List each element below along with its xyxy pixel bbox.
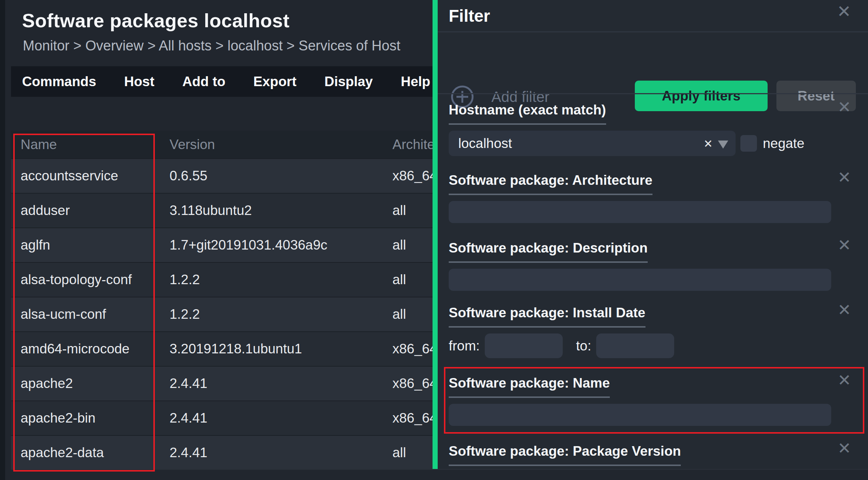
filter-section-label: Software package: Name xyxy=(449,375,610,398)
install-date-to-input[interactable] xyxy=(596,333,674,358)
filter-section-label: Software package: Architecture xyxy=(449,172,652,195)
remove-filter-icon[interactable]: ✕ xyxy=(837,237,851,253)
panel-divider xyxy=(438,93,868,94)
filter-panel-title: Filter xyxy=(449,6,490,26)
page-title: Software packages localhost xyxy=(22,10,289,32)
cell-version: 0.6.55 xyxy=(170,168,392,184)
description-input[interactable] xyxy=(449,269,831,291)
filter-section-label: Hostname (exact match) xyxy=(449,102,606,125)
remove-filter-icon[interactable]: ✕ xyxy=(837,99,851,115)
menu-item-add-to[interactable]: Add to xyxy=(182,74,225,89)
cell-version: 2.4.41 xyxy=(170,410,392,426)
menu-item-help[interactable]: Help xyxy=(401,74,430,89)
hostname-select[interactable]: localhost ✕ xyxy=(449,131,736,156)
menu-item-export[interactable]: Export xyxy=(253,74,296,89)
cell-version: 1.2.2 xyxy=(170,272,392,287)
filter-section-label: Software package: Install Date xyxy=(449,305,645,328)
cell-name: aglfn xyxy=(11,237,170,253)
cell-version: 2.4.41 xyxy=(170,376,392,391)
screen: Software packages localhost Monitor > Ov… xyxy=(0,0,868,480)
filter-section-label: Software package: Package Version xyxy=(449,443,681,466)
to-label: to: xyxy=(576,338,591,354)
cell-name: alsa-ucm-conf xyxy=(11,307,170,322)
cell-version: 1.2.2 xyxy=(170,307,392,322)
filter-section-package-version: Software package: Package Version ✕ xyxy=(449,443,868,466)
filter-panel: Filter ✕ Add filter Apply filters Reset … xyxy=(433,0,868,469)
cell-name: alsa-topology-conf xyxy=(11,272,170,287)
column-header-name[interactable]: Name xyxy=(11,137,170,152)
menu-bar: CommandsHostAdd toExportDisplayHelp xyxy=(11,66,433,97)
remove-filter-icon[interactable]: ✕ xyxy=(837,302,851,318)
remove-filter-icon[interactable]: ✕ xyxy=(837,169,851,186)
menu-item-display[interactable]: Display xyxy=(324,74,373,89)
negate-label: negate xyxy=(763,136,804,151)
cell-version: 3.20191218.1ubuntu1 xyxy=(170,341,392,357)
cell-version: 3.118ubuntu2 xyxy=(170,203,392,218)
filter-panel-close-icon[interactable]: ✕ xyxy=(837,3,851,20)
menu-item-host[interactable]: Host xyxy=(124,74,154,89)
filter-section-hostname: Hostname (exact match) ✕ localhost ✕ neg… xyxy=(449,102,868,156)
filter-section-name: Software package: Name ✕ xyxy=(449,375,868,426)
filter-controls-row: Add filter Apply filters Reset xyxy=(438,32,868,93)
filter-section-architecture: Software package: Architecture ✕ xyxy=(449,172,868,223)
package-name-input[interactable] xyxy=(449,404,831,426)
cell-name: apache2-bin xyxy=(11,410,170,426)
hostname-select-value: localhost xyxy=(458,136,512,151)
from-label: from: xyxy=(449,338,480,354)
cell-name: apache2-data xyxy=(11,445,170,460)
cell-version: 2.4.41 xyxy=(170,445,392,460)
remove-filter-icon[interactable]: ✕ xyxy=(837,440,851,456)
menu-item-commands[interactable]: Commands xyxy=(22,74,96,89)
architecture-input[interactable] xyxy=(449,201,831,223)
window-left-edge xyxy=(0,0,5,480)
cell-version: 1.7+git20191031.4036a9c xyxy=(170,237,392,253)
clear-selection-icon[interactable]: ✕ xyxy=(704,137,713,150)
negate-checkbox[interactable] xyxy=(740,135,757,152)
chevron-down-icon[interactable] xyxy=(718,140,728,148)
cell-name: apache2 xyxy=(11,376,170,391)
breadcrumb[interactable]: Monitor > Overview > All hosts > localho… xyxy=(23,38,400,54)
filter-section-label: Software package: Description xyxy=(449,240,648,263)
column-header-version[interactable]: Version xyxy=(170,137,392,152)
install-date-from-input[interactable] xyxy=(485,333,563,358)
cell-name: adduser xyxy=(11,203,170,218)
remove-filter-icon[interactable]: ✕ xyxy=(837,372,851,388)
cell-name: accountsservice xyxy=(11,168,170,184)
cell-name: amd64-microcode xyxy=(11,341,170,357)
filter-section-install-date: Software package: Install Date ✕ from: t… xyxy=(449,305,868,358)
filter-section-description: Software package: Description ✕ xyxy=(449,240,868,291)
